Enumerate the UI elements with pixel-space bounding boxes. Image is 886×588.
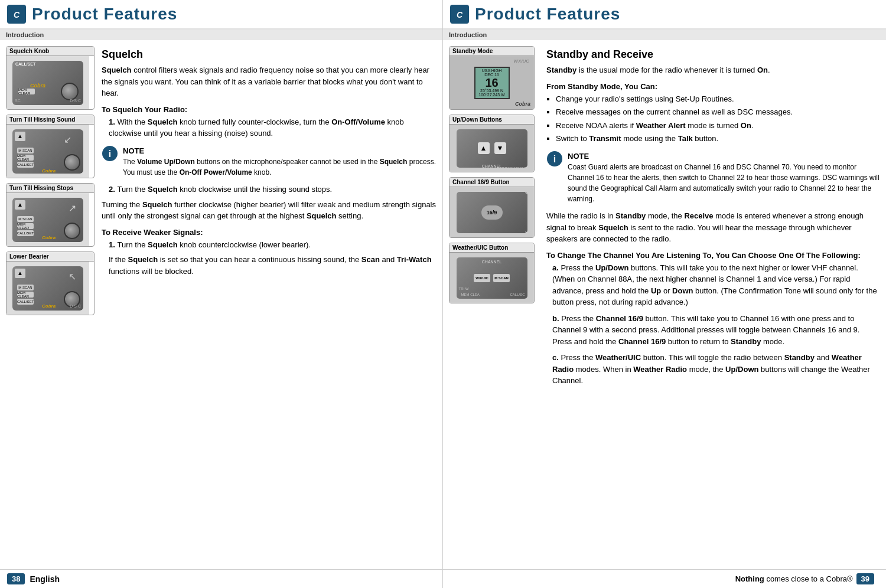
while-standby-text: While the radio is in Standby mode, the …	[546, 210, 880, 245]
right-page-num: 39	[856, 573, 874, 584]
turning-squelch-text: Turning the Squelch further clockwise (h…	[102, 199, 437, 222]
step-1: 1. With the Squelch knob turned fully co…	[109, 116, 437, 139]
note-text: The Volume Up/Down buttons on the microp…	[123, 156, 437, 178]
wxuic-text: WX/UIC	[514, 166, 529, 171]
alpha-a: a. Press the Up/Down buttons. This will …	[552, 262, 880, 308]
hissing-stops-label: Turn Till Hissing Stops	[6, 184, 94, 193]
weaker-signals-title: To Receive Weaker Signals:	[102, 228, 437, 237]
mem-clear-text: MEM CLEA	[461, 293, 480, 296]
lcd-channel: 16	[485, 77, 498, 89]
to-change-title: To Change The Channel You Are Listening …	[546, 251, 880, 260]
alpha-b: b. Press the Channel 16/9 button. This w…	[552, 313, 880, 348]
right-footer-right: Nothing comes close to a Cobra® 39	[735, 573, 879, 584]
svg-text:Cobra: Cobra	[42, 168, 56, 174]
cobra-svg2: Cobra	[42, 165, 60, 174]
updown-img: ▲ ▼ CHANNEL WX/UIC M SCAN	[449, 125, 534, 172]
left-header: C Product Features	[0, 0, 442, 30]
squelch-knob-img: CALL/SET MEM CLEAR Cobra D·S·C SC	[6, 56, 89, 109]
ht-label: HT	[525, 230, 532, 235]
step-1-num: 1.	[109, 117, 117, 126]
step-1-squelch: Squelch	[148, 117, 178, 126]
nothing-rest: comes close to a Cobra®	[764, 574, 853, 583]
lower-bearier-label: Lower Bearier	[6, 252, 94, 262]
cobra-svg4: Cobra	[42, 300, 60, 309]
nothing-text: Nothing comes close to a Cobra®	[735, 574, 853, 583]
bullet-2: Receive messages on the current channel …	[556, 106, 880, 118]
wx-uic-box: Weather/UIC Button CHANNEL WX/UIC M SCAN…	[449, 243, 535, 303]
squelch-knob-label: Squelch Knob	[6, 47, 94, 56]
updown-label: Up/Down Buttons	[449, 115, 534, 125]
right-note-title: NOTE	[568, 151, 880, 162]
cobra-svg3: Cobra	[42, 232, 60, 240]
squelch-your-radio-title: To Squelch Your Radio:	[102, 105, 437, 114]
wx-body: CHANNEL WX/UIC M SCAN MEM CLEA CALL/SC T…	[457, 257, 527, 299]
wx-uic-btn: WX/UIC	[474, 274, 490, 282]
right-note-content: NOTE Coast Guard alerts are broadcast on…	[568, 151, 880, 205]
step-2: 2. Turn the Squelch knob clockwise until…	[109, 184, 437, 195]
wx-channel-text: CHANNEL	[482, 260, 501, 264]
cobra-logo-display: Cobra	[515, 101, 530, 107]
left-content: Squelch Knob CALL/SET MEM CLEAR Cobra D·…	[0, 40, 442, 569]
updown-box: Up/Down Buttons ▲ ▼ CHANNEL WX/UIC M SCA…	[449, 115, 535, 172]
us-label: US	[525, 190, 532, 195]
left-footer: 38 English	[0, 569, 442, 588]
squelch-knob-box: Squelch Knob CALL/SET MEM CLEAR Cobra D·…	[6, 46, 95, 110]
standby-mode-box: Standby Mode USA HIGH DEC 16 16 25°53.49…	[449, 46, 535, 110]
left-breadcrumb: Introduction	[0, 30, 442, 40]
standby-bold: Standby	[546, 66, 576, 74]
weaker-step-1: 1. Turn the Squelch knob counterclockwis…	[109, 239, 437, 251]
on-bold: On	[757, 66, 768, 74]
wx-uic-label-box: Weather/UIC Button	[449, 243, 534, 253]
svg-text:Cobra: Cobra	[42, 235, 56, 240]
svg-text:C: C	[14, 10, 20, 19]
right-note-icon: i	[546, 151, 563, 167]
right-header: C Product Features	[443, 0, 886, 30]
ch169-body: 16/9 US HT	[457, 192, 527, 233]
wx-uic-img: CHANNEL WX/UIC M SCAN MEM CLEA CALL/SC T…	[449, 253, 534, 303]
tri-w-text: TRI W	[459, 287, 469, 290]
step-1-on-off: On-Off/Volume	[331, 117, 385, 126]
left-footer-left: 38 English	[7, 573, 60, 584]
note-icon: i	[102, 145, 118, 162]
svg-text:i: i	[109, 149, 111, 159]
ch169-btn: 16/9	[481, 205, 503, 220]
standby-mode-label: Standby Mode	[449, 47, 534, 56]
cobra-logo-left: C	[6, 4, 27, 25]
nothing-bold: Nothing	[735, 574, 764, 583]
right-note-box: i NOTE Coast Guard alerts are broadcast …	[546, 151, 880, 205]
alpha-c: c. Press the Weather/UIC button. This wi…	[552, 352, 880, 387]
ch169-label: Channel 16/9 Button	[449, 178, 534, 187]
right-text-column: Standby and Receive Standby is the usual…	[546, 46, 880, 563]
step-2-num: 2.	[109, 185, 117, 194]
right-content: Standby Mode USA HIGH DEC 16 16 25°53.49…	[443, 40, 886, 569]
right-image-column: Standby Mode USA HIGH DEC 16 16 25°53.49…	[449, 46, 540, 563]
svg-text:C: C	[457, 10, 463, 19]
right-header-title: Product Features	[475, 5, 620, 24]
hissing-stops-box: Turn Till Hissing Stops ▲ M SCAN MEM CLE…	[6, 183, 95, 247]
from-standby-title: From Standby Mode, You Can:	[546, 82, 880, 91]
weaker-step-2: If the Squelch is set so that you can he…	[109, 254, 437, 277]
svg-text:Cobra: Cobra	[42, 303, 56, 309]
standby-receive-title: Standby and Receive	[546, 48, 880, 61]
svg-text:Cobra: Cobra	[30, 83, 45, 89]
hissing-sound-box: Turn Till Hissing Sound ▲ M SCAN MEM CLE…	[6, 115, 95, 178]
note-title: NOTE	[123, 145, 437, 157]
ch169-img: 16/9 US HT	[449, 187, 534, 237]
squelch-intro: Squelch control filters weak signals and…	[102, 64, 437, 99]
lower-bearier-img: ▲ M SCAN MEM CLEAR CALL/SET	[6, 262, 89, 315]
hissing-stops-img: ▲ M SCAN MEM CLEAR CALL/SET	[6, 193, 89, 246]
call-set-text: CALL/SC	[510, 293, 525, 296]
updown-body: ▲ ▼ CHANNEL WX/UIC M SCAN	[457, 129, 527, 168]
left-header-title: Product Features	[32, 5, 177, 24]
hissing-sound-label: Turn Till Hissing Sound	[6, 115, 94, 125]
lcd-display: USA HIGH DEC 16 16 25°53.498 N 100°27.24…	[474, 67, 510, 99]
svg-text:i: i	[553, 154, 556, 164]
standby-mode-img: USA HIGH DEC 16 16 25°53.498 N 100°27.24…	[449, 56, 534, 109]
right-page: C Product Features Introduction Standby …	[443, 0, 886, 588]
left-footer-lang: English	[30, 574, 60, 584]
wx-uc-label: WX/UC	[513, 58, 529, 64]
mscan-text: M SCAN	[497, 166, 513, 171]
bullet-1: Change your radio's settings using Set-U…	[556, 93, 880, 105]
bullet-4: Switch to Transmit mode using the Talk b…	[556, 133, 880, 145]
ch169-box: Channel 16/9 Button 16/9 US HT	[449, 177, 535, 238]
